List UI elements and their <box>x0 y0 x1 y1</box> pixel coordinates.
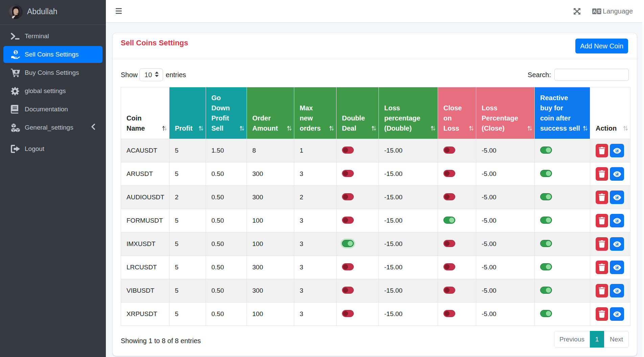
svg-text:A: A <box>593 9 596 14</box>
svg-text:$: $ <box>15 50 17 55</box>
